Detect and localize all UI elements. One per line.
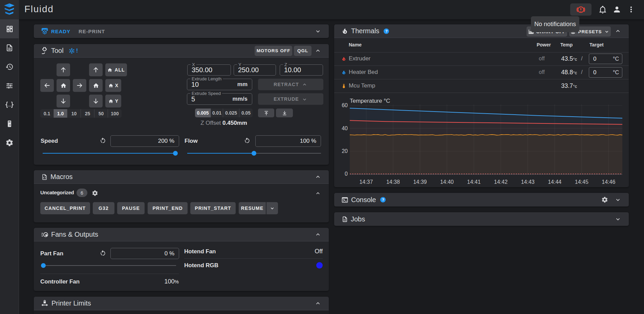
svg-text:14:44: 14:44	[548, 179, 561, 185]
svg-text:60: 60	[342, 102, 348, 108]
svg-text:14:45: 14:45	[575, 179, 588, 185]
svg-text:14:41: 14:41	[467, 179, 481, 185]
svg-text:14:46: 14:46	[602, 179, 615, 185]
svg-text:40: 40	[342, 125, 348, 131]
svg-text:0: 0	[345, 171, 348, 177]
svg-text:Temperature °C: Temperature °C	[350, 98, 390, 104]
svg-text:14:42: 14:42	[494, 179, 508, 185]
svg-text:14:43: 14:43	[521, 179, 535, 185]
svg-text:14:37: 14:37	[359, 179, 373, 185]
svg-text:14:39: 14:39	[413, 179, 427, 185]
svg-text:14:38: 14:38	[386, 179, 400, 185]
svg-text:14:40: 14:40	[440, 179, 454, 185]
svg-text:20: 20	[342, 148, 348, 154]
